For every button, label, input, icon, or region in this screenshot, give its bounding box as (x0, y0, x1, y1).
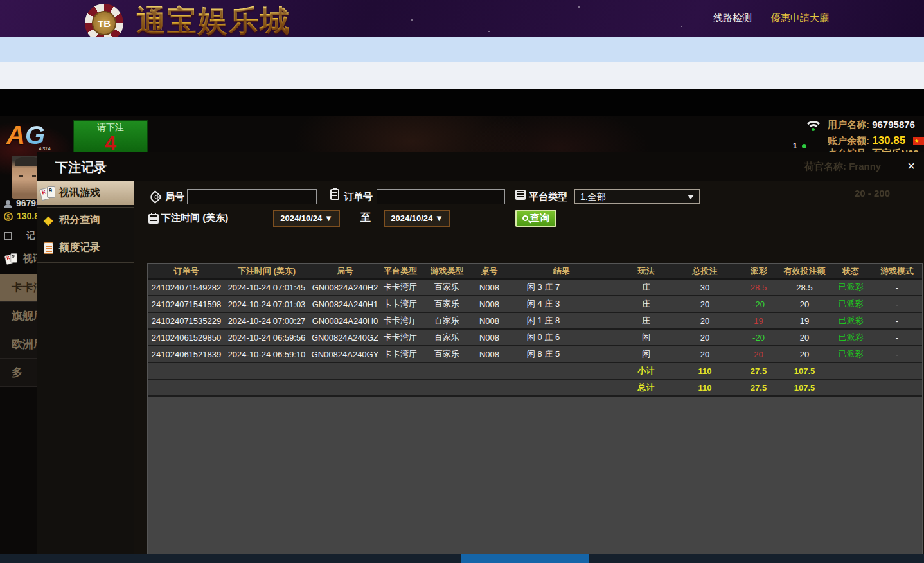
cell-playtype: 庄 (619, 298, 673, 310)
cell-time: 2024-10-24 06:59:10 (225, 350, 308, 359)
balance-value: 130.85 (872, 134, 905, 147)
cell-mode: - (873, 333, 921, 343)
ag-logo-g: G (25, 121, 45, 149)
china-flag-icon: ★ (913, 137, 924, 145)
calendar-icon (148, 214, 159, 224)
cell-platform: 卡卡湾厅 (382, 298, 419, 310)
balance-info-line: 账户余额: 130.85 (828, 134, 905, 147)
cell-round: GN00824A240H2 (308, 283, 382, 292)
playing-cards-icon: K9 (37, 186, 59, 201)
table-body: 241024071549282 2024-10-24 07:01:45 GN00… (148, 280, 922, 363)
cell-round: GN00824A240GZ (308, 333, 382, 343)
ag-logo: AG ASIA GAMING (6, 121, 45, 150)
cell-playtype: 闲 (619, 332, 673, 343)
promo-hall-link[interactable]: 優惠申請大廳 (771, 12, 829, 24)
cell-valid-bet: 20 (780, 350, 829, 359)
cell-game: 百家乐 (419, 282, 475, 293)
cell-result: 闲 4 庄 3 (504, 298, 583, 310)
clipboard-icon (330, 189, 339, 200)
search-button-label: 查询 (530, 212, 549, 224)
to-label: 至 (360, 211, 371, 225)
platform-select[interactable]: 1.全部 (574, 189, 700, 204)
cards-icon: K9 (5, 253, 17, 265)
cell-playtype: 庄 (619, 315, 673, 326)
cell-playtype: 闲 (619, 348, 673, 360)
table-row: 241024071541598 2024-10-24 07:01:03 GN00… (148, 296, 922, 313)
faint-dealer-line: 荷官名称: Franny (804, 161, 881, 173)
bg-note-row: 记 (0, 230, 35, 242)
order-label: 订单号 (344, 191, 373, 203)
cell-bet: 20 (673, 333, 737, 343)
cell-table: N008 (475, 299, 504, 309)
chevron-down-icon (688, 195, 694, 202)
cell-platform: 卡卡湾厅 (382, 282, 419, 293)
bet-records-dialog: 下注记录 × K9 视讯游戏 ◆ 积分查询 额度记录 (37, 152, 924, 554)
dialog-content: 局号 订单号 平台类型 1.全部 下注时间 (美东) 2024/10/24 ▼ … (134, 181, 924, 554)
site-logo-text: 通宝娱乐城 (136, 1, 290, 37)
cell-result: 闲 1 庄 8 (504, 315, 583, 326)
order-input[interactable] (377, 189, 505, 204)
cell-order: 241024071541598 (148, 299, 225, 309)
net-line-1: 1 (793, 141, 797, 150)
cell-result: 闲 3 庄 7 (504, 282, 583, 293)
cell-status: 已派彩 (829, 298, 873, 310)
cell-status: 已派彩 (829, 315, 873, 326)
subtotal-row: 小计 110 27.5 107.5 (148, 363, 922, 380)
platform-selected-value: 1.全部 (580, 192, 606, 202)
cell-valid-bet: 19 (780, 316, 829, 326)
cell-table: N008 (475, 316, 504, 326)
cell-table: N008 (475, 350, 504, 359)
cell-payout: 28.5 (737, 283, 780, 292)
close-icon[interactable]: × (907, 159, 915, 173)
dialog-title: 下注记录 (55, 159, 107, 176)
line-check-link[interactable]: 线路检测 (713, 12, 752, 24)
cell-mode: - (873, 350, 921, 359)
screen: TB 通宝娱乐城 线路检测 優惠申請大廳 A G Asia Gaming - G… (0, 0, 924, 563)
url-bar[interactable]: gci.l842tbgc.com/agingame/pcv1/index.jsp… (0, 62, 924, 89)
tab-label: 额度记录 (59, 241, 100, 255)
cell-game: 百家乐 (419, 348, 475, 360)
cell-order: 241024071549282 (148, 283, 225, 292)
user-info-line: 用户名称: 96795876 (828, 119, 915, 131)
ag-logo-a: A (6, 121, 25, 149)
tab-label: 积分查询 (59, 213, 100, 227)
cell-payout: -20 (737, 333, 780, 343)
search-button[interactable]: 查询 (515, 210, 556, 227)
bet-countdown-box: 请下注 4 (73, 120, 148, 153)
black-strip (0, 89, 924, 116)
dialog-titlebar: 下注记录 × (37, 152, 924, 181)
cell-order: 241024071535229 (148, 316, 225, 326)
table-row: 241024061529850 2024-10-24 06:59:56 GN00… (148, 330, 922, 346)
tag-icon (148, 190, 162, 204)
edit-icon (4, 232, 12, 240)
cell-bet: 20 (673, 316, 737, 326)
table-header: 订单号 下注时间 (美东) 局号 平台类型 游戏类型 桌号 结果 玩法 总投注 … (148, 264, 922, 280)
round-input[interactable] (187, 189, 317, 204)
cell-payout: 19 (737, 316, 780, 326)
cell-round: GN00824A240H1 (308, 299, 382, 309)
cell-platform: 卡卡湾厅 (382, 332, 419, 343)
tab-label: 视讯游戏 (59, 186, 100, 200)
cell-status: 已派彩 (829, 282, 873, 293)
tab-credit-records[interactable]: 额度记录 (37, 236, 140, 260)
tab-video-games[interactable]: K9 视讯游戏 (37, 181, 140, 205)
cell-payout: 20 (737, 350, 780, 359)
date-from-select[interactable]: 2024/10/24 ▼ (273, 210, 340, 227)
net-dot-1 (802, 144, 806, 148)
person-icon (4, 200, 12, 208)
site-banner: TB 通宝娱乐城 线路检测 優惠申請大廳 (0, 0, 924, 37)
bottom-scrollbar-thumb[interactable] (461, 554, 589, 563)
cell-mode: - (873, 299, 921, 309)
table-row: 241024061521839 2024-10-24 06:59:10 GN00… (148, 346, 922, 363)
cell-round: GN00824A240H0 (308, 316, 382, 326)
tb-chip-text: TB (92, 11, 116, 35)
cell-order: 241024061529850 (148, 333, 225, 343)
user-name-value: 96795876 (872, 119, 915, 130)
tab-points-query[interactable]: ◆ 积分查询 (37, 208, 140, 232)
cell-mode: - (873, 283, 921, 292)
cell-game: 百家乐 (419, 315, 475, 326)
bet-countdown: 4 (74, 134, 147, 153)
cell-game: 百家乐 (419, 332, 475, 343)
bottom-scrollbar-track (0, 554, 924, 563)
date-to-select[interactable]: 2024/10/24 ▼ (384, 210, 450, 227)
